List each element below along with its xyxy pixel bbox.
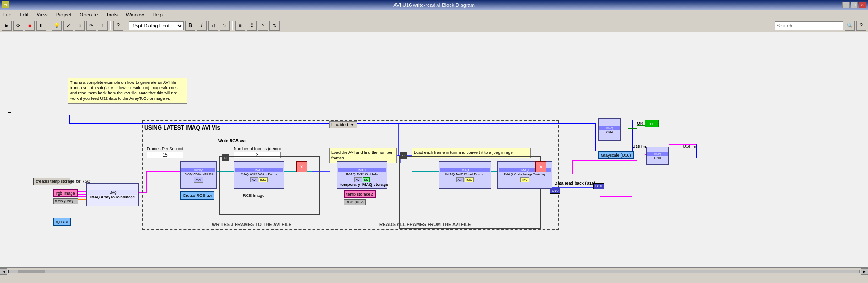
menu-tools[interactable]: Tools [104, 11, 119, 18]
temp-storage2-control[interactable]: temp storage2 [344, 190, 376, 198]
imaq-avi2-write-block[interactable]: IMAQ IMAQ AVI2 Write Frame AVI IMG [234, 161, 284, 189]
reads-label: READS ALL FRAMES FROM THE AVI FILE [379, 222, 471, 227]
app-icon: VI [2, 1, 9, 8]
menu-edit[interactable]: Edit [18, 11, 30, 18]
size-up-button[interactable]: ▷ [220, 21, 230, 31]
window-title: AVI U16 write-read.vi Block Diagram [393, 2, 475, 8]
u16-type-badge [8, 112, 11, 113]
u16-output-area: U16 [550, 188, 560, 194]
imaq-right-block[interactable]: IMAQ Proc [646, 147, 669, 165]
menu-window[interactable]: Window [125, 11, 145, 18]
image-badge-3: IMG [520, 177, 529, 182]
fps-value[interactable]: 15 [147, 152, 183, 158]
close-after-read[interactable]: ✕ [535, 161, 546, 172]
comment-box: This is a complete example on how to gen… [68, 78, 187, 104]
scroll-left-button[interactable]: ◀ [0, 268, 7, 275]
show-context-help[interactable]: ? [113, 21, 123, 31]
sep3 [126, 21, 126, 30]
menu-file[interactable]: File [2, 11, 13, 18]
align-button[interactable]: ≡ [235, 21, 245, 31]
data-read-back-label: Data read back (U16) [555, 181, 595, 185]
step-into-button[interactable]: ⤵ [75, 21, 85, 31]
scroll-right-button[interactable]: ▶ [861, 268, 868, 275]
retain-wire-button[interactable]: ↙ [63, 21, 73, 31]
menu-operate[interactable]: Operate [78, 11, 99, 18]
italic-button[interactable]: I [197, 21, 207, 31]
ok-indicator-label: OK [637, 121, 643, 125]
image-badge-2: IMG [465, 177, 473, 182]
temp-imaq-label: temporary IMAQ storage [340, 182, 388, 187]
maximize-button[interactable]: □ [851, 2, 858, 8]
horizontal-scrollbar[interactable]: ◀ ▶ [0, 267, 868, 275]
run-continuously-button[interactable]: ⟳ [13, 21, 23, 31]
highlight-button[interactable]: 💡 [52, 21, 62, 31]
distribute-button[interactable]: ⠿ [247, 21, 257, 31]
step-over-button[interactable]: ↷ [86, 21, 96, 31]
enabled-dropdown[interactable]: Enabled ▼ [329, 121, 357, 128]
ok-indicator: TF [645, 120, 659, 127]
num-frames-label: Number of frames (demo) [234, 147, 281, 151]
abort-button[interactable]: ■ [25, 21, 35, 31]
fps-area: Frames Per Second 15 [147, 147, 183, 158]
i32-badge: I32 [363, 177, 370, 182]
sep1 [49, 21, 49, 30]
search-area: 🔍 ? [775, 21, 866, 31]
rgb-avi-control[interactable]: rgb.avi [53, 218, 71, 226]
menu-project[interactable]: Project [54, 11, 72, 18]
right-output-wires [669, 144, 697, 158]
resize-button[interactable]: ⤡ [258, 21, 268, 31]
menu-bar: File Edit View Project Operate Tools Win… [0, 10, 868, 19]
run-button[interactable]: ▶ [2, 21, 12, 31]
pause-button[interactable]: ⏸ [36, 21, 46, 31]
imaq-avi2-create-block[interactable]: IMAQ IMAQ AVI2 Create AVI [180, 161, 217, 189]
step-out-button[interactable]: ↑ [98, 21, 108, 31]
avi-badge-1: AVI [194, 177, 203, 183]
rgb-image-write-label: RGB Image [243, 193, 264, 198]
rgb-image-area: rgb Image RGB (U32) [53, 189, 78, 204]
search-input[interactable] [775, 21, 843, 30]
u16-badge-out: U16 [593, 183, 604, 189]
bold-button[interactable]: B [185, 21, 195, 31]
imaq-array-to-color-block[interactable]: IMAQ IMAQ ArrayToColorImage [86, 183, 139, 206]
toolbar: ▶ ⟳ ■ ⏸ 💡 ↙ ⤵ ↷ ↑ ? 15pt Dialog Font B I… [0, 19, 868, 32]
font-dropdown[interactable]: 15pt Dialog Font [129, 21, 184, 30]
scroll-thumb[interactable] [18, 270, 45, 273]
rgb-u32b-label: RGB (U32) [344, 199, 366, 205]
minimize-button[interactable]: _ [842, 2, 850, 8]
fps-label: Frames Per Second [147, 147, 183, 151]
avi-badge-3: AVI [354, 177, 362, 182]
rgb-image-control[interactable]: rgb Image [53, 189, 78, 197]
image-badge: IMG [259, 177, 268, 182]
rgb-u32-label: RGB (U32) [53, 198, 78, 204]
avi-badge-4: AVI [456, 177, 464, 182]
writes-label: WRITES 3 FRAMES TO THE AVI FILE [212, 222, 291, 227]
u16-output-badge: U16 [550, 188, 560, 194]
avi-badge-2: AVI [250, 177, 258, 182]
menu-help[interactable]: Help [151, 11, 164, 18]
left-input-area [6, 112, 11, 113]
right-imaq-create[interactable]: IMAQ AVI2 [598, 118, 621, 141]
close-after-write[interactable]: ✕ [296, 161, 307, 172]
imaq-avi2-read-frame-block[interactable]: IMAQ IMAQ AVI2 Read Frame AVI IMG [439, 161, 491, 189]
u16-image-right: U16 Im [632, 144, 646, 149]
menu-view[interactable]: View [35, 11, 49, 18]
sep4 [232, 21, 233, 30]
sep2 [110, 21, 111, 30]
scroll-track[interactable] [8, 270, 860, 273]
title-bar: VI AVI U16 write-read.vi Block Diagram _… [0, 0, 868, 10]
reorder-button[interactable]: ⇅ [269, 21, 280, 31]
create-rgb-avi-button[interactable]: Create RGB avi [180, 191, 214, 200]
size-down-button[interactable]: ◁ [208, 21, 218, 31]
grayscale-control[interactable]: Grayscale (U16) [598, 151, 634, 159]
n-terminal: N [222, 154, 229, 161]
diagram-canvas[interactable]: This is a complete example on how to gen… [0, 32, 868, 275]
creates-temp-label: creates temp storage for RGB [33, 178, 70, 185]
search-button[interactable]: 🔍 [845, 21, 855, 31]
window-controls[interactable]: _ □ ✕ [842, 2, 866, 8]
write-rgb-avi-label: Write RGB avi [218, 138, 246, 143]
close-button[interactable]: ✕ [859, 2, 866, 8]
help-button[interactable]: ? [856, 21, 866, 31]
